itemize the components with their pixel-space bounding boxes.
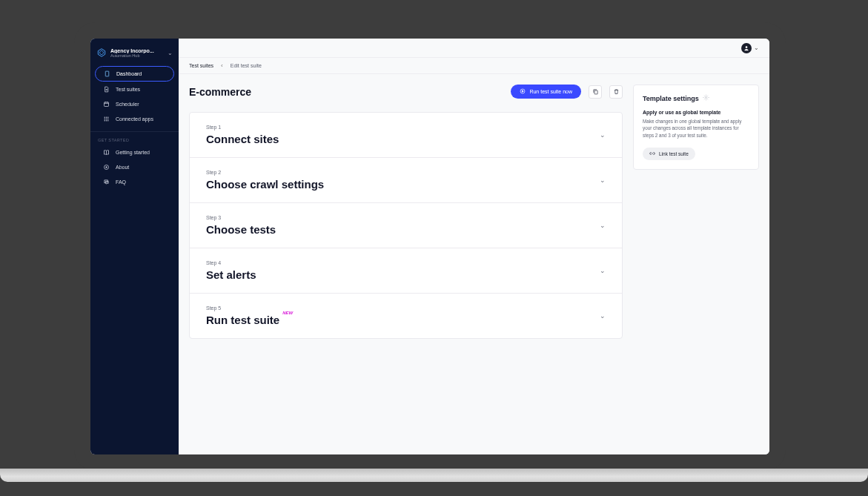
link-test-suite-button[interactable]: Link test suite [643,148,695,160]
topbar: ⌄ [179,39,769,58]
svg-point-8 [104,120,105,122]
breadcrumb-current: Edit test suite [231,63,262,68]
step-title: Choose crawl settings [206,178,600,191]
chevron-down-icon: ⌄ [600,267,606,274]
sidebar-item-faq[interactable]: FAQ [95,175,174,189]
gear-icon[interactable] [703,94,709,102]
info-icon [102,164,110,171]
user-menu[interactable]: ⌄ [741,43,759,53]
dashboard-icon [103,70,110,77]
org-logo-icon [96,47,107,58]
step-label: Step 1 [206,125,600,130]
sidebar-item-label: Dashboard [116,71,142,76]
svg-point-10 [107,120,109,122]
step-label: Step 4 [206,260,600,265]
svg-point-13 [746,46,748,48]
calendar-icon [102,101,110,108]
chevron-down-icon: ⌄ [600,131,606,139]
sidebar-item-dashboard[interactable]: Dashboard [95,66,174,82]
sidebar: Agency Incorpo... Automation Hub ⌄ Dashb… [90,39,179,454]
sidebar-section-label: GET STARTED [90,131,179,145]
breadcrumb-back-icon[interactable]: ‹ [221,62,223,69]
panel-body: Make changes in one global template and … [643,118,749,139]
sidebar-item-connected-apps[interactable]: Connected apps [95,112,174,126]
file-icon [102,86,110,93]
sidebar-item-test-suites[interactable]: Test suites [95,82,174,96]
step-4[interactable]: Step 4 Set alerts ⌄ [190,248,622,294]
svg-point-12 [105,167,107,168]
svg-point-2 [104,117,105,119]
sidebar-item-label: Connected apps [116,116,153,122]
svg-point-16 [705,96,706,98]
svg-point-5 [104,119,105,120]
chevron-down-icon: ⌄ [754,44,759,51]
step-label: Step 2 [206,170,600,175]
new-badge: NEW [282,311,293,315]
step-1[interactable]: Step 1 Connect sites ⌄ [190,113,622,158]
step-2[interactable]: Step 2 Choose crawl settings ⌄ [190,158,622,203]
org-switcher[interactable]: Agency Incorpo... Automation Hub ⌄ [90,43,179,65]
svg-point-9 [105,120,107,122]
step-title: Run test suite [206,314,279,326]
org-sub: Automation Hub [110,53,164,58]
apps-grid-icon [102,116,110,122]
play-icon [520,88,526,95]
chevron-down-icon: ⌄ [600,312,606,320]
sidebar-item-about[interactable]: About [95,160,174,174]
breadcrumb: Test suites ‹ Edit test suite [179,58,769,74]
page-title: E-commerce [189,86,503,98]
main-area: ⌄ Test suites ‹ Edit test suite E-commer… [179,39,769,454]
book-icon [102,149,110,156]
breadcrumb-root[interactable]: Test suites [189,63,213,68]
delete-button[interactable] [609,85,623,99]
sidebar-item-getting-started[interactable]: Getting started [95,145,174,159]
step-label: Step 3 [206,215,600,220]
duplicate-button[interactable] [589,85,602,99]
sidebar-item-label: About [116,165,129,170]
svg-point-4 [107,117,109,119]
sidebar-item-scheduler[interactable]: Scheduler [95,97,174,111]
chevron-down-icon: ⌄ [168,50,173,56]
step-label: Step 5 [206,305,600,311]
chat-icon [102,179,110,185]
link-icon [649,151,655,157]
run-button-label: Run test suite now [529,89,572,94]
template-settings-panel: Template settings Apply or use as global… [633,85,759,170]
user-avatar-icon [741,43,752,53]
chevron-down-icon: ⌄ [600,176,606,184]
step-3[interactable]: Step 3 Choose tests ⌄ [190,203,622,248]
svg-point-6 [105,119,107,120]
svg-rect-0 [105,71,109,76]
link-button-label: Link test suite [659,151,689,156]
sidebar-item-label: Getting started [116,150,150,155]
sidebar-item-label: Scheduler [116,102,139,107]
svg-rect-15 [594,90,597,94]
org-name: Agency Incorpo... [110,48,164,53]
step-5[interactable]: Step 5 Run test suite NEW ⌄ [190,294,622,338]
steps-accordion: Step 1 Connect sites ⌄ Step 2 Choose cra… [189,112,623,339]
panel-title: Template settings [643,95,699,102]
sidebar-item-label: Test suites [116,87,140,92]
step-title: Choose tests [206,223,600,236]
step-title: Connect sites [206,133,600,145]
svg-point-7 [107,119,109,120]
panel-subtitle: Apply or use as global template [643,110,749,115]
svg-point-3 [105,117,107,119]
chevron-down-icon: ⌄ [600,222,606,229]
step-title: Set alerts [206,268,600,281]
svg-rect-1 [104,102,108,107]
run-test-suite-button[interactable]: Run test suite now [511,85,581,99]
sidebar-item-label: FAQ [116,179,126,185]
